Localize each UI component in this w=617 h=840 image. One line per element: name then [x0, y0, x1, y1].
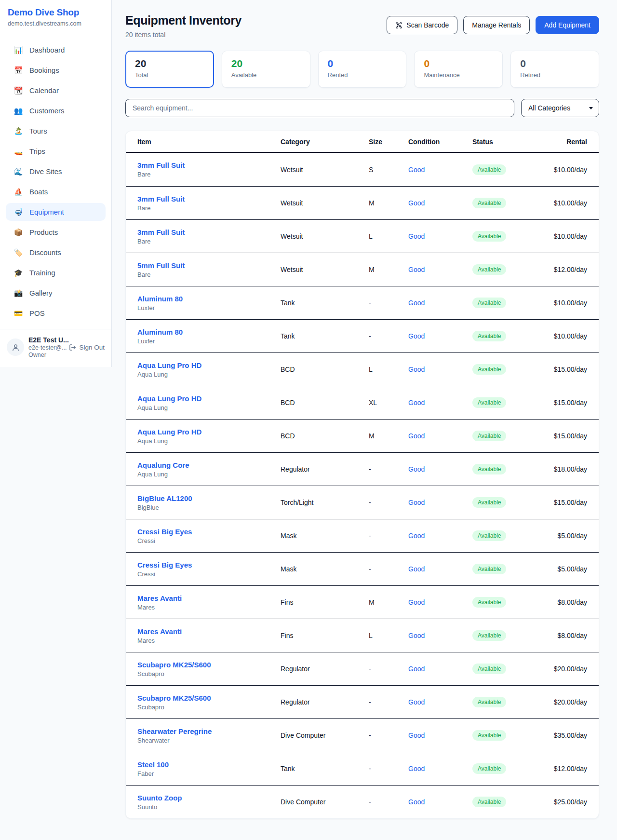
- sidebar-item-trips[interactable]: 🚤Trips: [6, 142, 106, 160]
- item-link[interactable]: Aqua Lung Pro HD: [137, 428, 281, 436]
- item-link[interactable]: 3mm Full Suit: [137, 195, 281, 203]
- item-link[interactable]: Suunto Zoop: [137, 794, 281, 802]
- item-link[interactable]: Aqua Lung Pro HD: [137, 361, 281, 369]
- condition-link[interactable]: Good: [408, 465, 425, 473]
- item-link[interactable]: Cressi Big Eyes: [137, 528, 281, 536]
- sidebar-item-dashboard[interactable]: 📊Dashboard: [6, 41, 106, 59]
- item-brand: Luxfer: [137, 338, 281, 345]
- column-header-rental: Rental: [540, 138, 587, 146]
- status-cell: Available: [472, 331, 540, 341]
- item-link[interactable]: Aluminum 80: [137, 295, 281, 303]
- condition-link[interactable]: Good: [408, 598, 425, 606]
- condition-link[interactable]: Good: [408, 698, 425, 706]
- condition-link[interactable]: Good: [408, 798, 425, 806]
- item-link[interactable]: Aqualung Core: [137, 461, 281, 469]
- scan-barcode-button[interactable]: Scan Barcode: [387, 16, 457, 34]
- rental-cell: $10.00/day: [540, 199, 587, 207]
- table-header-row: ItemCategorySizeConditionStatusRental: [126, 131, 599, 153]
- category-cell: Wetsuit: [281, 266, 369, 273]
- sidebar-item-dive-sites[interactable]: 🌊Dive Sites: [6, 163, 106, 180]
- item-link[interactable]: Cressi Big Eyes: [137, 561, 281, 569]
- item-link[interactable]: BigBlue AL1200: [137, 494, 281, 502]
- status-badge: Available: [472, 464, 506, 474]
- item-link[interactable]: Mares Avanti: [137, 594, 281, 602]
- sidebar-item-boats[interactable]: ⛵Boats: [6, 183, 106, 201]
- condition-link[interactable]: Good: [408, 166, 425, 174]
- sidebar-item-gallery[interactable]: 📸Gallery: [6, 284, 106, 302]
- status-badge: Available: [472, 630, 506, 641]
- stat-card-available[interactable]: 20Available: [222, 51, 310, 88]
- status-cell: Available: [472, 497, 540, 508]
- user-email: e2e-tester@...: [28, 344, 65, 351]
- filter-bar: All Categories: [125, 99, 599, 117]
- item-link[interactable]: 3mm Full Suit: [137, 228, 281, 236]
- sidebar-item-training[interactable]: 🎓Training: [6, 264, 106, 282]
- sidebar-item-pos[interactable]: 💳POS: [6, 304, 106, 322]
- condition-link[interactable]: Good: [408, 366, 425, 373]
- sidebar-item-products[interactable]: 📦Products: [6, 223, 106, 241]
- condition-link[interactable]: Good: [408, 232, 425, 240]
- condition-link[interactable]: Good: [408, 399, 425, 406]
- size-cell: -: [369, 698, 408, 706]
- sidebar-item-equipment[interactable]: 🤿Equipment: [6, 203, 106, 221]
- sidebar-item-customers[interactable]: 👥Customers: [6, 102, 106, 120]
- condition-cell: Good: [408, 165, 472, 174]
- item-brand: Aqua Lung: [137, 371, 281, 378]
- item-link[interactable]: Shearwater Peregrine: [137, 727, 281, 735]
- condition-link[interactable]: Good: [408, 199, 425, 207]
- item-brand: Mares: [137, 604, 281, 611]
- status-badge: Available: [472, 364, 506, 375]
- condition-link[interactable]: Good: [408, 632, 425, 639]
- condition-link[interactable]: Good: [408, 532, 425, 540]
- island-icon: 🏝️: [13, 127, 23, 135]
- stat-card-rented[interactable]: 0Rented: [318, 51, 407, 88]
- item-link[interactable]: Scubapro MK25/S600: [137, 694, 281, 702]
- condition-link[interactable]: Good: [408, 332, 425, 340]
- sidebar-item-discounts[interactable]: 🏷️Discounts: [6, 244, 106, 261]
- item-cell: Cressi Big EyesCressi: [137, 561, 281, 578]
- stat-card-total[interactable]: 20Total: [125, 51, 214, 88]
- condition-link[interactable]: Good: [408, 732, 425, 739]
- brand-name[interactable]: Demo Dive Shop: [8, 7, 104, 18]
- user-role: Owner: [28, 352, 65, 358]
- condition-cell: Good: [408, 664, 472, 673]
- wave-icon: 🌊: [13, 168, 23, 175]
- condition-link[interactable]: Good: [408, 665, 425, 673]
- item-link[interactable]: 5mm Full Suit: [137, 261, 281, 270]
- rental-cell: $15.00/day: [540, 432, 587, 440]
- add-equipment-button[interactable]: Add Equipment: [536, 16, 599, 34]
- category-select[interactable]: All Categories: [521, 99, 599, 117]
- condition-cell: Good: [408, 398, 472, 407]
- item-link[interactable]: Aluminum 80: [137, 328, 281, 336]
- status-cell: Available: [472, 730, 540, 741]
- stat-card-retired[interactable]: 0Retired: [510, 51, 599, 88]
- condition-link[interactable]: Good: [408, 432, 425, 440]
- sign-out-button[interactable]: Sign Out: [69, 344, 105, 351]
- size-cell: -: [369, 732, 408, 739]
- condition-link[interactable]: Good: [408, 499, 425, 506]
- condition-link[interactable]: Good: [408, 266, 425, 273]
- manage-rentals-button[interactable]: Manage Rentals: [463, 16, 530, 34]
- category-cell: BCD: [281, 432, 369, 440]
- size-cell: -: [369, 499, 408, 506]
- search-input[interactable]: [125, 99, 514, 117]
- condition-link[interactable]: Good: [408, 765, 425, 772]
- status-badge: Available: [472, 597, 506, 608]
- status-cell: Available: [472, 630, 540, 641]
- condition-link[interactable]: Good: [408, 299, 425, 307]
- sidebar-item-bookings[interactable]: 📅Bookings: [6, 61, 106, 79]
- item-cell: Cressi Big EyesCressi: [137, 528, 281, 544]
- stat-value: 20: [135, 57, 204, 69]
- item-link[interactable]: Mares Avanti: [137, 627, 281, 636]
- item-link[interactable]: Aqua Lung Pro HD: [137, 394, 281, 403]
- item-link[interactable]: 3mm Full Suit: [137, 161, 281, 169]
- sidebar-item-tours[interactable]: 🏝️Tours: [6, 122, 106, 140]
- item-link[interactable]: Scubapro MK25/S600: [137, 661, 281, 669]
- table-row: Aqua Lung Pro HDAqua LungBCDXLGoodAvaila…: [126, 386, 599, 419]
- condition-link[interactable]: Good: [408, 565, 425, 573]
- sidebar-item-calendar[interactable]: 📆Calendar: [6, 81, 106, 99]
- item-link[interactable]: Steel 100: [137, 760, 281, 769]
- status-badge: Available: [472, 331, 506, 341]
- bar-chart-icon: 📊: [13, 46, 23, 54]
- stat-card-maintenance[interactable]: 0Maintenance: [414, 51, 503, 88]
